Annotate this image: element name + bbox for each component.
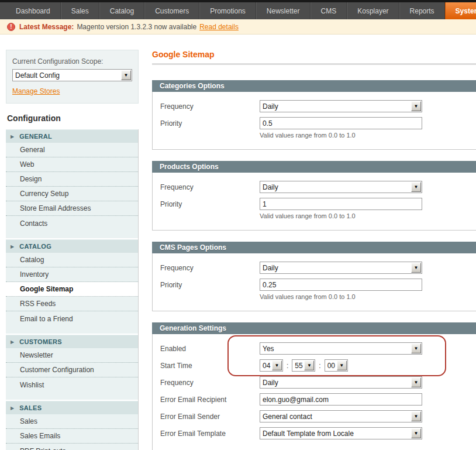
field-control: General contact ▼ [260,410,422,422]
sidebar-group-title[interactable]: ▶ SALES [6,401,138,414]
config-scope-label: Current Configuration Scope: [12,57,132,66]
nav-tab-reports[interactable]: Reports [399,2,445,19]
sidebar-group-title[interactable]: ▶ CUSTOMERS [6,335,138,348]
sidebar-item-contacts[interactable]: Contacts [6,216,138,231]
start-time-group: 04 ▼ : 55 ▼ : 00 ▼ [260,359,348,372]
chevron-right-icon: ▶ [11,339,14,345]
select-value: Daily [260,379,411,387]
config-scope-select[interactable]: Default Config ▼ [12,69,132,81]
sidebar-item-web[interactable]: Web [6,157,138,172]
sidebar-item-currency-setup[interactable]: Currency Setup [6,187,138,201]
frequency-select[interactable]: Daily ▼ [260,181,422,193]
field-label: Error Email Recipient [160,393,260,406]
nav-tab-newsletter[interactable]: Newsletter [256,2,311,19]
frequency-select[interactable]: Daily ▼ [260,376,422,389]
priority-input[interactable] [260,198,422,210]
start-time-hour-select[interactable]: 04 ▼ [260,359,283,372]
chevron-down-icon: ▼ [121,70,131,80]
sidebar-group-catalog: ▶ CATALOG CatalogInventoryGoogle Sitemap… [6,239,138,334]
page-title: Google Sitemap [152,50,476,65]
nav-tab-system[interactable]: System [445,2,476,19]
chevron-down-icon: ▼ [272,360,282,370]
field-row-enabled: Enabled Yes ▼ [160,342,471,355]
notification-bar: ! Latest Message: Magento version 1.3.2.… [0,19,476,35]
configuration-heading: Configuration [7,114,139,123]
sidebar-item-inventory[interactable]: Inventory [6,267,138,282]
field-label: Frequency [160,376,260,389]
sidebar-group-title[interactable]: ▶ GENERAL [6,129,138,143]
select-value: 04 [260,362,272,370]
section-cms-pages-options: CMS Pages Options Frequency Daily ▼ Prio… [152,242,476,311]
start-time-minute-select[interactable]: 55 ▼ [292,359,315,372]
frequency-select[interactable]: Daily ▼ [260,262,422,274]
nav-tab-sales[interactable]: Sales [61,2,99,19]
section-header: CMS Pages Options [152,242,476,253]
sidebar-item-general[interactable]: General [6,143,138,157]
time-separator: : [287,362,288,370]
time-separator: : [319,362,320,370]
sidebar-item-sales[interactable]: Sales [6,414,138,429]
field-hint: Valid values range from 0.0 to 1.0 [260,293,422,300]
section-box: Enabled Yes ▼ Start Time 04 ▼ : 55 ▼ : 0… [152,334,476,450]
select-value: Daily [260,102,411,111]
sidebar-group-title[interactable]: ▶ CATALOG [6,239,138,253]
sidebar-item-rss-feeds[interactable]: RSS Feeds [6,297,138,311]
section-header: Generation Settings [152,322,476,334]
nav-tab-kosplayer[interactable]: Kosplayer [347,2,399,19]
error-email-sender-select[interactable]: General contact ▼ [260,410,422,422]
sidebar-item-customer-configuration[interactable]: Customer Configuration [6,363,138,377]
sidebar-group-customers: ▶ CUSTOMERS NewsletterCustomer Configura… [6,335,138,400]
select-value: Default Template from Locale [260,430,411,438]
sidebar-group-label: CATALOG [19,243,51,250]
nav-tab-promotions[interactable]: Promotions [199,2,256,19]
section-box: Frequency Daily ▼ Priority Valid values … [152,92,476,150]
sidebar-item-store-email-addresses[interactable]: Store Email Addresses [6,201,138,216]
field-label: Priority [160,279,260,300]
field-label: Priority [160,117,260,139]
field-label: Frequency [160,100,260,112]
field-row-frequency: Frequency Daily ▼ [160,376,471,389]
select-value: 00 [325,362,337,370]
field-row-frequency: Frequency Daily ▼ [160,181,471,193]
priority-input[interactable] [260,279,422,291]
field-row-priority: Priority Valid values range from 0.0 to … [160,279,471,300]
sidebar-item-sales-emails[interactable]: Sales Emails [6,429,138,444]
sidebar-item-catalog[interactable]: Catalog [6,253,138,267]
sidebar-group-label: SALES [19,404,42,411]
notification-label: Latest Message: [19,23,74,31]
sidebar-item-newsletter[interactable]: Newsletter [6,348,138,363]
select-value: 55 [292,362,304,370]
chevron-down-icon: ▼ [411,263,421,273]
nav-tab-dashboard[interactable]: Dashboard [6,2,61,19]
config-menu: ▶ GENERAL GeneralWebDesignCurrency Setup… [6,129,139,450]
sidebar-group-label: GENERAL [19,133,52,140]
nav-tab-customers[interactable]: Customers [144,2,199,19]
sidebar-item-email-to-a-friend[interactable]: Email to a Friend [6,311,138,326]
nav-tab-catalog[interactable]: Catalog [99,2,144,19]
top-nav: DashboardSalesCatalogCustomersPromotions… [0,2,476,19]
start-time-second-select[interactable]: 00 ▼ [325,359,348,372]
section-products-options: Products Options Frequency Daily ▼ Prior… [152,161,476,231]
priority-input[interactable] [260,117,422,129]
enabled-select[interactable]: Yes ▼ [260,342,422,355]
read-details-link[interactable]: Read details [199,23,239,31]
sidebar-group-general: ▶ GENERAL GeneralWebDesignCurrency Setup… [6,129,138,238]
error-email-template-select[interactable]: Default Template from Locale ▼ [260,427,422,439]
section-categories-options: Categories Options Frequency Daily ▼ Pri… [152,80,476,150]
nav-tab-cms[interactable]: CMS [311,2,347,19]
sidebar-item-wishlist[interactable]: Wishlist [6,377,138,392]
manage-stores-link[interactable]: Manage Stores [12,87,60,95]
sidebar-item-google-sitemap[interactable]: Google Sitemap [6,282,138,297]
section-title: CMS Pages Options [160,243,226,252]
sidebar-group-sales: ▶ SALES SalesSales EmailsPDF Print-outs [6,401,138,450]
section-title: Generation Settings [160,324,226,332]
alert-icon: ! [7,23,15,31]
chevron-down-icon: ▼ [411,428,421,438]
chevron-down-icon: ▼ [411,411,421,421]
field-control: Daily ▼ [260,376,422,389]
error-email-recipient-input[interactable] [260,393,422,406]
sidebar-item-design[interactable]: Design [6,172,138,187]
frequency-select[interactable]: Daily ▼ [260,100,422,112]
sidebar-item-pdf-print-outs[interactable]: PDF Print-outs [6,444,138,450]
field-row-frequency: Frequency Daily ▼ [160,100,471,112]
